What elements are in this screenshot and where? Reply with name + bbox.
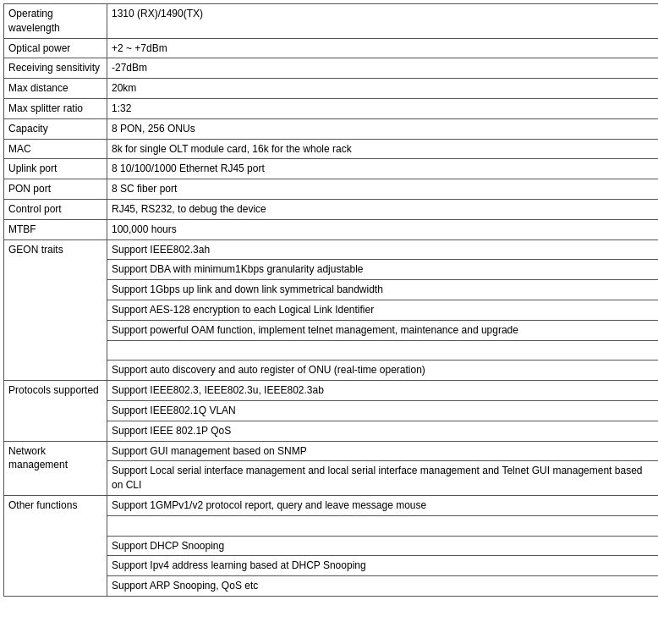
row-value: Support DBA with minimum1Kbps granularit… [107,260,659,280]
row-label: Protocols supported [4,381,107,441]
row-value [107,515,659,536]
row-label: Operating wavelength [4,4,107,39]
table-row: Max splitter ratio1:32 [4,98,659,118]
row-value: 8 PON, 256 ONUs [107,118,659,139]
table-row: PON port8 SC fiber port [4,179,659,200]
specs-table: Operating wavelength1310 (RX)/1490(TX)Op… [3,3,658,597]
row-value: -27dBm [107,58,659,79]
row-value: Support auto discovery and auto register… [107,361,659,381]
row-label: Receiving sensitivity [4,58,107,79]
row-value: 20km [107,79,659,99]
table-row: Capacity8 PON, 256 ONUs [4,118,659,139]
row-value: Support GUI management based on SNMP [107,441,659,461]
table-row: Other functionsSupport 1GMPv1/v2 protoco… [4,495,659,515]
row-value: Support IEEE802.3, IEEE802.3u, IEEE802.3… [107,381,659,401]
row-label: PON port [4,179,107,200]
row-label: Optical power [4,38,107,58]
row-value: Support IEEE802.1Q VLAN [107,400,659,421]
table-row: Protocols supportedSupport IEEE802.3, IE… [4,381,659,401]
row-value: RJ45, RS232, to debug the device [107,199,659,219]
row-value: 1:32 [107,98,659,118]
row-label: GEON traits [4,239,107,381]
table-row: MTBF100,000 hours [4,219,659,239]
table-row: Receiving sensitivity-27dBm [4,58,659,79]
row-label: Capacity [4,118,107,139]
row-label: Network management [4,441,107,495]
row-value: 100,000 hours [107,219,659,239]
row-value: Support ARP Snooping, QoS etc [107,576,659,597]
row-value: Support 1GMPv1/v2 protocol report, query… [107,495,659,515]
row-value: 8 10/100/1000 Ethernet RJ45 port [107,159,659,179]
row-label: Max distance [4,79,107,99]
row-value: 8k for single OLT module card, 16k for t… [107,139,659,159]
table-row: Max distance20km [4,79,659,99]
row-value: Support Ipv4 address learning based at D… [107,556,659,576]
table-row: Uplink port8 10/100/1000 Ethernet RJ45 p… [4,159,659,179]
row-value: Support AES-128 encryption to each Logic… [107,300,659,320]
row-label: Max splitter ratio [4,98,107,118]
table-row: Network managementSupport GUI management… [4,441,659,461]
row-value: Support 1Gbps up link and down link symm… [107,280,659,300]
table-row: Operating wavelength1310 (RX)/1490(TX) [4,4,659,39]
row-value [107,340,659,361]
row-label: MAC [4,139,107,159]
row-value: Support Local serial interface managemen… [107,461,659,496]
table-row: MAC8k for single OLT module card, 16k fo… [4,139,659,159]
row-value: Support powerful OAM function, implement… [107,320,659,340]
row-value: +2 ~ +7dBm [107,38,659,58]
table-row: GEON traitsSupport IEEE802.3ah [4,239,659,260]
row-label: MTBF [4,219,107,239]
row-value: 8 SC fiber port [107,179,659,200]
row-value: Support IEEE802.3ah [107,239,659,260]
table-row: Optical power+2 ~ +7dBm [4,38,659,58]
row-value: Support DHCP Snooping [107,536,659,556]
row-value: Support IEEE 802.1P QoS [107,421,659,441]
row-label: Other functions [4,495,107,596]
table-row: Control portRJ45, RS232, to debug the de… [4,199,659,219]
row-value: 1310 (RX)/1490(TX) [107,4,659,39]
row-label: Uplink port [4,159,107,179]
row-label: Control port [4,199,107,219]
